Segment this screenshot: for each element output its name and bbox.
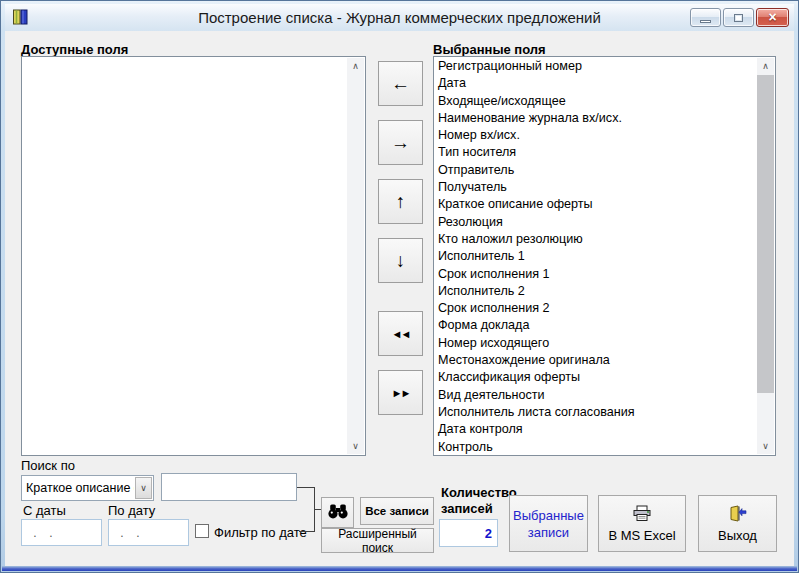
list-item[interactable]: Срок исполнения 1 [435,266,757,283]
advanced-search-button[interactable]: Расширенный поиск [321,528,434,553]
search-by-label: Поиск по [21,458,75,473]
search-query-input[interactable] [161,473,297,501]
move-to-selected-button[interactable]: → [378,120,423,165]
list-item[interactable]: Кто наложил резолюцию [435,231,757,248]
list-item[interactable]: Номер исходящего [435,335,757,352]
exit-label: Выход [718,528,757,543]
move-up-button[interactable]: ↑ [378,179,423,224]
list-item[interactable]: Дата контроля [435,421,757,438]
minimize-icon [700,20,711,23]
list-item[interactable]: Классификация оферты [435,369,757,386]
list-item[interactable]: Форма доклада [435,317,757,334]
list-item[interactable]: Наименование журнала вх/исх. [435,110,757,127]
move-all-to-available-button[interactable]: ◄◄ [378,311,423,356]
all-records-button[interactable]: Все записи [360,497,434,525]
exit-button[interactable]: Выход [698,495,777,552]
minimize-button[interactable] [690,8,721,27]
list-item[interactable]: Резолюция [435,214,757,231]
available-fields-label: Доступные поля [21,42,128,57]
available-fields-list[interactable]: ∧ ∨ [21,56,366,456]
list-item[interactable]: Контроль [435,439,757,454]
arrow-right-icon: → [391,132,410,154]
scroll-down-icon[interactable]: ∨ [347,438,364,454]
search-field-value: Краткое описание оф [26,476,134,500]
selected-fields-label: Выбранные поля [433,42,546,57]
from-date-input[interactable] [21,519,102,546]
arrow-up-icon: ↑ [396,191,406,213]
record-count-value [439,519,498,547]
list-item[interactable]: Регистрационный номер [435,58,757,75]
to-date-input[interactable] [108,519,189,546]
restore-button[interactable] [723,8,754,27]
close-icon: × [768,9,776,26]
scroll-down-icon[interactable]: ∨ [757,438,774,454]
from-date-label: С даты [23,503,66,518]
list-item[interactable]: Срок исполнения 2 [435,300,757,317]
connector-line [299,531,315,532]
export-excel-label: В MS Excel [608,528,675,543]
filter-by-date-label: Фильтр по дате [214,525,307,540]
list-item[interactable]: Номер вх/исх. [435,127,757,144]
double-arrow-right-icon: ►► [392,387,410,399]
window-bottom-border [2,566,797,571]
list-item[interactable]: Дата [435,75,757,92]
client-area: Доступные поля Выбранные поля ∧ ∨ Регист… [5,31,794,566]
filter-by-date-checkbox[interactable] [195,524,209,538]
search-field-select[interactable]: Краткое описание оф ∨ [21,475,154,501]
selected-scrollbar[interactable]: ∧ ∨ [757,58,774,454]
selected-fields-items: Регистрационный номерДатаВходящее/исходя… [435,58,757,454]
selected-records-label: Выбранные записи [510,507,587,541]
available-fields-items [23,58,347,454]
close-button[interactable]: × [756,8,789,27]
to-date-label: По дату [108,503,155,518]
move-all-to-selected-button[interactable]: ►► [378,370,423,415]
restore-icon [734,14,743,22]
selected-fields-list[interactable]: Регистрационный номерДатаВходящее/исходя… [433,56,776,456]
printer-icon [632,505,652,525]
scroll-up-icon[interactable]: ∧ [757,58,774,74]
list-item[interactable]: Краткое описание оферты [435,196,757,213]
list-item[interactable]: Исполнитель листа согласования [435,404,757,421]
double-arrow-left-icon: ◄◄ [392,328,410,340]
exit-door-icon [728,505,747,525]
scroll-up-icon[interactable]: ∧ [347,58,364,74]
list-item[interactable]: Местонахождение оригинала [435,352,757,369]
move-down-button[interactable]: ↓ [378,238,423,283]
arrow-left-icon: ← [391,73,410,95]
list-item[interactable]: Вид деятельности [435,387,757,404]
dialog-window: Построение списка - Журнал коммерческих … [0,0,799,573]
binoculars-icon [327,503,349,523]
list-item[interactable]: Тип носителя [435,144,757,161]
list-item[interactable]: Исполнитель 2 [435,283,757,300]
connector-line [297,487,315,488]
selected-records-button[interactable]: Выбранные записи [509,495,588,552]
arrow-down-icon: ↓ [396,250,406,272]
export-excel-button[interactable]: В MS Excel [598,495,686,552]
window-title: Построение списка - Журнал коммерческих … [5,9,794,26]
scrollbar-thumb[interactable] [757,75,774,393]
chevron-down-icon[interactable]: ∨ [135,477,152,499]
list-item[interactable]: Исполнитель 1 [435,248,757,265]
find-button[interactable] [321,497,354,528]
list-item[interactable]: Отправитель [435,162,757,179]
available-scrollbar[interactable]: ∧ ∨ [347,58,364,454]
move-to-available-button[interactable]: ← [378,61,423,106]
titlebar[interactable]: Построение списка - Журнал коммерческих … [5,4,794,31]
list-item[interactable]: Получатель [435,179,757,196]
list-item[interactable]: Входящее/исходящее [435,93,757,110]
